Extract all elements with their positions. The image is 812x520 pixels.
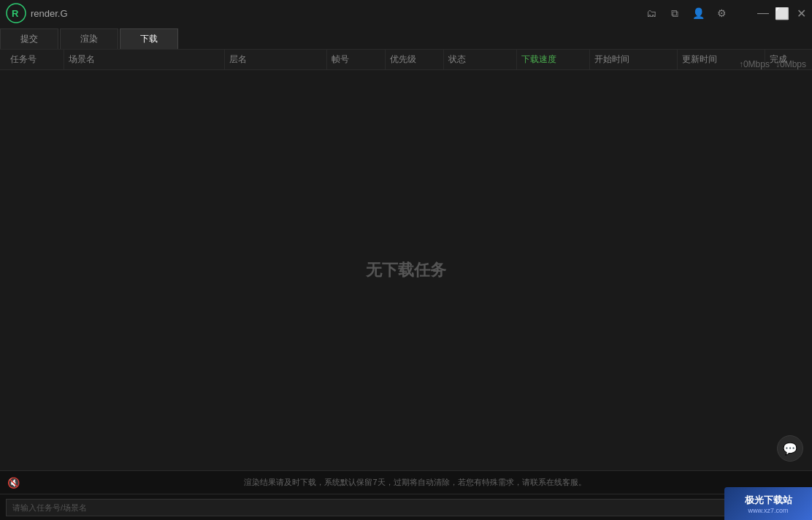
watermark-badge: 极光下载站 www.xz7.com: [724, 487, 812, 520]
volume-icon[interactable]: 🔇: [7, 477, 20, 489]
tab-bar-row: 提交 渲染 下载 ↑0Mbps ↓0Mbps: [0, 26, 812, 50]
download-speed: ↓0Mbps: [775, 59, 806, 69]
main-content: 无下载任务 💬: [0, 70, 812, 470]
tab-submit[interactable]: 提交: [0, 28, 58, 49]
tab-download[interactable]: 下载: [120, 28, 178, 49]
logo-area: R render.G: [6, 3, 68, 23]
tab-render[interactable]: 渲染: [60, 28, 118, 49]
folder-icon[interactable]: 🗂: [644, 6, 659, 20]
col-frame: 帧号: [327, 50, 386, 69]
layers-icon[interactable]: ⧉: [667, 6, 682, 20]
minimize-button[interactable]: —: [758, 8, 768, 18]
app-name: render.G: [31, 8, 68, 19]
title-bar-controls: 🗂 ⧉ 👤 ⚙ — ⬜ ✕: [644, 0, 806, 26]
col-layer-name: 层名: [225, 50, 327, 69]
maximize-button[interactable]: ⬜: [777, 8, 787, 18]
svg-text:R: R: [12, 8, 19, 19]
chat-icon: 💬: [783, 442, 797, 456]
chat-button[interactable]: 💬: [777, 435, 803, 462]
col-start-time: 开始时间: [590, 50, 678, 69]
close-button[interactable]: ✕: [796, 8, 806, 18]
upload-speed: ↑0Mbps: [739, 59, 770, 69]
settings-icon[interactable]: ⚙: [714, 6, 729, 20]
user-icon[interactable]: 👤: [691, 6, 705, 20]
col-download-speed: 下载速度: [517, 50, 590, 69]
tab-bar: 提交 渲染 下载: [0, 26, 812, 50]
empty-state-text: 无下载任务: [366, 259, 446, 281]
search-input[interactable]: [6, 499, 784, 516]
title-bar: R render.G 🗂 ⧉ 👤 ⚙ — ⬜ ✕: [0, 0, 812, 26]
logo-icon: R: [6, 3, 26, 23]
watermark-main-text: 极光下载站: [745, 494, 792, 507]
bottom-bar: 🔇 渲染结果请及时下载，系统默认保留7天，过期将自动清除，若您有特殊需求，请联系…: [0, 470, 812, 494]
col-task-no: 任务号: [6, 50, 64, 69]
col-priority: 优先级: [386, 50, 444, 69]
watermark-sub-text: www.xz7.com: [748, 507, 788, 514]
search-bar-area: 🔍: [0, 494, 812, 520]
bottom-notice-text: 渲染结果请及时下载，系统默认保留7天，过期将自动清除，若您有特殊需求，请联系在线…: [26, 477, 805, 488]
col-scene-name: 场景名: [64, 50, 225, 69]
col-status: 状态: [444, 50, 517, 69]
column-headers: 任务号 场景名 层名 帧号 优先级 状态 下载速度 开始时间 更新时间 完成: [0, 50, 812, 70]
